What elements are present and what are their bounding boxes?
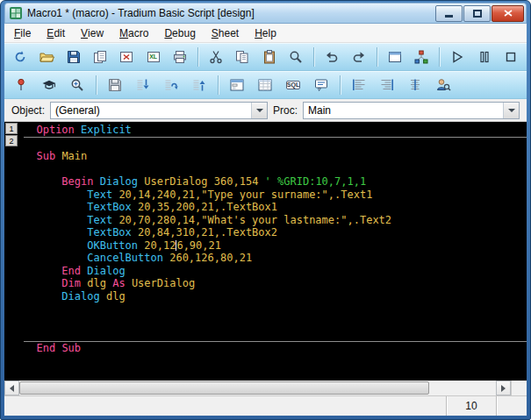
toolbar-separator bbox=[218, 75, 219, 95]
code-token: dlg bbox=[87, 277, 106, 289]
code-line[interactable]: Text 20,14,240,21,"Type your surname:",.… bbox=[24, 189, 527, 202]
macro-help-button[interactable] bbox=[38, 75, 61, 96]
code-line[interactable] bbox=[24, 328, 527, 341]
horizontal-scrollbar[interactable] bbox=[4, 381, 527, 395]
code-line[interactable]: Option Explicit bbox=[24, 124, 527, 138]
toolbar-separator bbox=[340, 75, 341, 95]
scroll-left-button[interactable] bbox=[4, 381, 19, 395]
code-line[interactable] bbox=[24, 303, 527, 316]
close-button[interactable] bbox=[492, 5, 524, 22]
code-token bbox=[24, 124, 36, 136]
code-line[interactable]: Text 20,70,280,14,"What's your lastname:… bbox=[24, 214, 527, 227]
code-line[interactable]: End Sub bbox=[24, 341, 527, 355]
menu-item-view[interactable]: View bbox=[73, 24, 111, 42]
object-browser-button[interactable] bbox=[432, 75, 455, 96]
code-line[interactable]: TextBox 20,35,200,21,.TextBox1 bbox=[24, 201, 527, 214]
cap-icon bbox=[41, 77, 57, 93]
edit-script-button[interactable] bbox=[310, 75, 333, 96]
minimize-button[interactable] bbox=[435, 5, 463, 22]
undo-button[interactable] bbox=[321, 46, 342, 68]
align-center-button[interactable] bbox=[404, 75, 427, 96]
menu-item-edit[interactable]: Edit bbox=[39, 24, 73, 42]
code-token: Text bbox=[87, 189, 112, 201]
step-out-button[interactable] bbox=[188, 75, 211, 96]
code-token bbox=[24, 265, 61, 277]
toggle-breakpoint-button[interactable] bbox=[10, 75, 32, 96]
references-button[interactable] bbox=[411, 46, 432, 68]
gutter-marker-2[interactable]: 2 bbox=[5, 135, 18, 146]
code-token bbox=[75, 124, 81, 136]
save-button[interactable] bbox=[63, 46, 84, 68]
compile-button[interactable] bbox=[104, 75, 126, 96]
code-token bbox=[24, 175, 61, 188]
menu-item-macro[interactable]: Macro bbox=[111, 24, 156, 42]
menu-item-debug[interactable]: Debug bbox=[156, 24, 203, 42]
code-line[interactable]: End Dialog bbox=[24, 265, 527, 278]
app-icon bbox=[9, 6, 23, 20]
code-line[interactable]: Sub Main bbox=[24, 150, 527, 163]
code-line[interactable]: TextBox 20,84,310,21,.TextBox2 bbox=[24, 226, 527, 239]
status-extra-cell bbox=[496, 396, 527, 416]
scrollbar-track[interactable] bbox=[19, 381, 496, 395]
code-token: 20,84,310,21,.TextBox2 bbox=[138, 226, 277, 238]
code-line[interactable] bbox=[24, 163, 527, 176]
proc-combobox[interactable]: Main bbox=[303, 102, 520, 119]
step-over-button[interactable] bbox=[160, 75, 183, 96]
maximize-button[interactable] bbox=[463, 5, 491, 22]
code-line[interactable]: Begin Dialog UserDialog 360,154 ' %GRID:… bbox=[24, 175, 527, 189]
proc-combobox-arrow[interactable] bbox=[503, 103, 519, 118]
record-macro-button[interactable] bbox=[10, 46, 31, 68]
find-button[interactable] bbox=[285, 46, 306, 68]
code-token: ' %GRID:10,7,1,1 bbox=[265, 175, 367, 188]
code-line[interactable]: Dim dlg As UserDialog bbox=[24, 277, 527, 290]
run-button[interactable] bbox=[447, 46, 468, 68]
copy-sheet-button[interactable] bbox=[90, 46, 111, 68]
code-line[interactable]: OKButton 20,126,90,21 bbox=[24, 239, 527, 253]
menu-item-help[interactable]: Help bbox=[247, 24, 284, 42]
scrollbar-thumb[interactable] bbox=[19, 381, 429, 395]
scroll-right-button[interactable] bbox=[496, 381, 511, 395]
code-token bbox=[132, 201, 138, 213]
code-line[interactable]: CancelButton 260,126,80,21 bbox=[24, 252, 527, 265]
quick-watch-button[interactable] bbox=[66, 75, 89, 96]
code-token bbox=[24, 290, 61, 303]
code-token: 20,35,200,21,.TextBox1 bbox=[138, 201, 277, 213]
scroll-left-icon bbox=[10, 385, 14, 392]
copy-button[interactable] bbox=[232, 46, 253, 68]
code-token bbox=[132, 226, 138, 238]
object-combobox-arrow[interactable] bbox=[251, 103, 267, 118]
code-token: 6,90,21 bbox=[176, 239, 221, 252]
dialog-editor-button[interactable] bbox=[226, 75, 248, 96]
sql-query-button[interactable]: SQL bbox=[282, 75, 305, 96]
pause-button[interactable] bbox=[474, 46, 495, 68]
code-line[interactable]: Dialog dlg bbox=[24, 290, 527, 303]
grid-dialog-button[interactable] bbox=[254, 75, 276, 96]
title-bar[interactable]: Macro1 * (macro) - Tradium Basic Script … bbox=[4, 3, 527, 24]
code-line[interactable] bbox=[24, 316, 527, 329]
align-right-icon bbox=[379, 77, 395, 93]
print-button[interactable] bbox=[169, 46, 190, 68]
minimize-icon bbox=[445, 15, 453, 18]
align-left-button[interactable] bbox=[348, 75, 370, 96]
code-line[interactable] bbox=[24, 138, 527, 151]
paste-button[interactable] bbox=[259, 46, 280, 68]
excel-export-button[interactable]: XL bbox=[142, 46, 163, 68]
chevron-down-icon bbox=[508, 109, 515, 112]
menu-item-file[interactable]: File bbox=[6, 24, 39, 42]
gutter-marker-1[interactable]: 1 bbox=[5, 123, 18, 134]
menu-item-sheet[interactable]: Sheet bbox=[204, 24, 247, 42]
object-combobox[interactable]: (General) bbox=[50, 102, 268, 119]
code-editor: 12 Option Explicit Sub Main Begin Dialog… bbox=[4, 122, 527, 381]
align-right-button[interactable] bbox=[376, 75, 398, 96]
stop-button[interactable] bbox=[500, 46, 521, 68]
step-into-button[interactable] bbox=[132, 75, 154, 96]
open-button[interactable] bbox=[36, 46, 57, 68]
code-token: dlg bbox=[106, 290, 126, 303]
comment-icon bbox=[313, 77, 329, 93]
code-area[interactable]: Option Explicit Sub Main Begin Dialog Us… bbox=[18, 122, 527, 381]
redo-button[interactable] bbox=[348, 46, 369, 68]
delete-sheet-button[interactable] bbox=[116, 46, 137, 68]
cut-button[interactable] bbox=[205, 46, 226, 68]
toolbar-separator bbox=[313, 47, 314, 67]
new-window-button[interactable] bbox=[384, 46, 405, 68]
